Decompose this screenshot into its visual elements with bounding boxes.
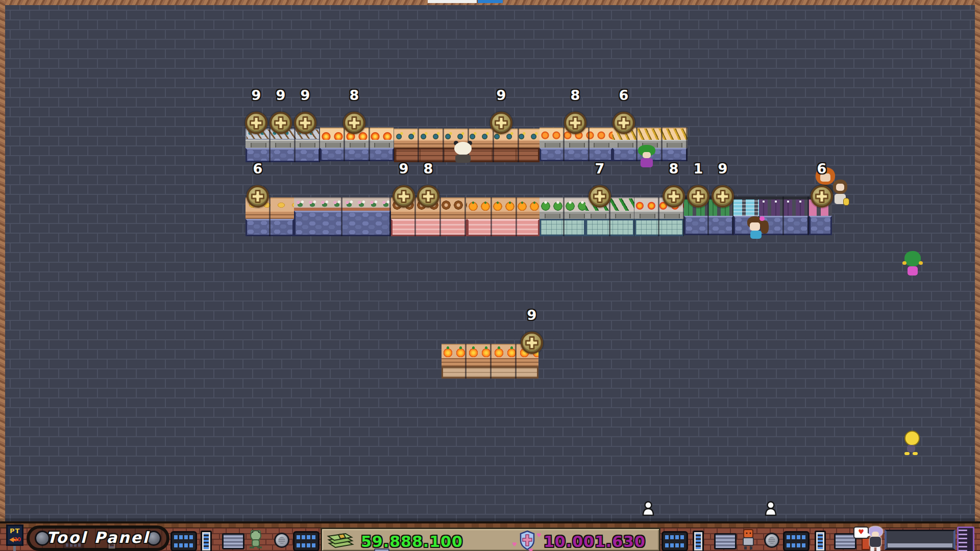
plus-icon [616,115,631,131]
sprite-part [904,452,910,455]
plus-icon [494,115,509,131]
restock-button[interactable]: 8 [417,185,439,208]
screen-icon[interactable] [714,533,737,549]
plus-icon [396,189,411,204]
cash-stack-icon [325,530,356,551]
keypad-icon[interactable] [293,531,320,551]
restock-button[interactable]: 9 [270,112,292,134]
sprite-part [643,152,651,158]
restock-count-label: 6 [253,162,263,176]
sprite-part [908,266,918,276]
restock-button[interactable]: 9 [294,112,316,134]
sprite-part [750,231,762,239]
vending-machine[interactable] [957,527,974,551]
npc-ponytail-girl [745,216,770,243]
pt-sign-label: PT [10,527,20,535]
battery-icon[interactable] [693,531,704,551]
keypad-icon[interactable] [662,531,688,551]
heart-icon: ♥ [528,547,533,551]
restock-count-label: 6 [619,88,629,102]
restock-button[interactable]: 8 [663,185,685,208]
tray-icon [374,548,389,551]
cash-amount: 59.888.100 [361,533,463,550]
restock-count-label: 8 [669,162,679,176]
shelf-front [540,211,585,219]
restock-button[interactable]: 6 [612,112,635,134]
restock-button[interactable]: 9 [490,112,512,134]
restock-button[interactable]: 7 [589,185,611,208]
plus-icon [814,189,829,204]
restock-count-label: 9 [301,88,310,102]
keypad-icon[interactable] [170,531,197,551]
restock-button[interactable]: 9 [712,185,734,208]
shelf-front [467,211,540,219]
restock-count-label: 8 [571,88,580,102]
plus-icon [691,189,706,204]
hair-bow [760,216,765,221]
shelf-base [294,211,391,236]
plus-icon [592,189,607,204]
screen-icon[interactable] [222,533,244,549]
person-marker [641,500,655,516]
sprite-part [904,431,920,446]
restock-count-label: 9 [497,88,506,102]
shelf-flowers[interactable] [294,197,391,236]
sprite-part [902,261,906,265]
rack-base [809,216,832,235]
heart-icon: ♥ [858,528,864,536]
restock-count-label: 9 [252,88,261,102]
restock-count-label: 9 [718,162,728,176]
keypad-icon[interactable] [783,531,810,551]
shelf-base [634,219,684,236]
sprite-part [454,142,472,155]
money-panel: 59.888.100 ♥ ♥ ♥ 10.001.630 [321,528,660,551]
restock-button[interactable]: 9 [521,332,543,354]
shelf-front [442,357,538,366]
frog-statue-icon[interactable] [248,529,263,551]
rack-base [684,216,733,235]
plus-icon [421,189,436,204]
shelf-base [540,148,612,161]
shelf-base [540,219,585,236]
shelf-goods [540,197,585,211]
restock-count-label: 9 [527,308,537,322]
shelf-front [634,211,684,219]
restock-button[interactable]: 8 [343,112,365,134]
npc-yellow-head [902,431,920,457]
restock-button[interactable]: 6 [811,185,833,208]
restock-button[interactable]: 1 [687,185,709,208]
restock-button[interactable]: 9 [245,112,267,134]
shelf-lettuce[interactable] [540,197,585,236]
plus-icon [249,115,264,131]
npc-green-hair-shopper [638,145,656,170]
restock-count-label: 1 [694,162,703,176]
plus-icon [715,189,730,204]
restock-button[interactable]: 6 [247,185,269,208]
shelf-base [391,219,467,236]
round-button[interactable] [764,533,779,548]
tool-panel-button[interactable]: Tool Panel [27,525,169,551]
restock-button[interactable]: 9 [393,185,415,208]
npc-green-alien [902,251,923,280]
round-button[interactable] [274,533,289,548]
sprite-part [919,261,923,265]
restock-count-label: 9 [399,162,409,176]
plus-icon [347,115,362,131]
shelf-pastries[interactable] [467,197,540,236]
battery-icon[interactable] [815,531,826,551]
cart-icon[interactable] [742,529,755,551]
battery-icon[interactable] [201,531,212,551]
restock-button[interactable]: 8 [564,112,586,134]
sign-pole [13,546,16,551]
wall-border-right [975,0,980,551]
heart-icon: ♥ [512,541,517,548]
shelf-base [585,219,634,236]
shelf-goods [294,197,391,211]
pt-sign: PT 30 [6,524,23,546]
npc-brown-hair-shopper [832,180,848,208]
shelf-base [467,219,540,236]
rack-goods [759,196,809,216]
sprite-part [907,445,915,452]
tool-panel-label: Tool Panel [46,529,150,546]
checkout-counter[interactable] [885,530,955,550]
